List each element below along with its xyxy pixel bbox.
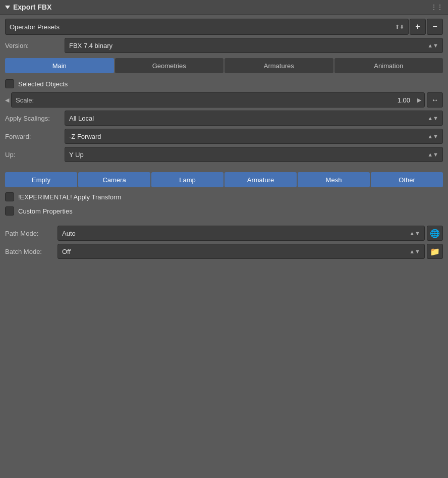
path-mode-label: Path Mode: bbox=[5, 230, 55, 237]
version-arrow-icon: ▲▼ bbox=[427, 42, 438, 48]
selected-objects-checkbox[interactable] bbox=[5, 79, 14, 88]
apply-transform-row: !EXPERIMENTAL! Apply Transform bbox=[5, 191, 443, 202]
main-tabs: Main Geometries Armatures Animation bbox=[5, 58, 443, 73]
path-mode-row: Path Mode: Auto ▲▼ 🌐 bbox=[5, 226, 443, 241]
apply-scalings-value: All Local bbox=[69, 115, 94, 122]
tab-main[interactable]: Main bbox=[5, 58, 114, 73]
spacer2 bbox=[5, 220, 443, 223]
tab-animation[interactable]: Animation bbox=[334, 58, 443, 73]
apply-scalings-dropdown[interactable]: All Local ▲▼ bbox=[65, 111, 443, 126]
forward-label: Forward: bbox=[5, 133, 61, 140]
presets-arrows-icon: ⬆⬇ bbox=[395, 24, 404, 30]
presets-row: Operator Presets ⬆⬇ + − bbox=[5, 19, 443, 35]
object-tab-other[interactable]: Other bbox=[371, 172, 443, 187]
custom-properties-checkbox[interactable] bbox=[5, 206, 14, 216]
forward-value: -Z Forward bbox=[69, 133, 101, 140]
path-mode-value: Auto bbox=[62, 230, 76, 237]
object-tab-armature[interactable]: Armature bbox=[225, 172, 297, 187]
apply-scalings-arrow-icon: ▲▼ bbox=[427, 115, 438, 121]
version-label: Version: bbox=[5, 42, 61, 49]
object-tab-lamp[interactable]: Lamp bbox=[151, 172, 223, 187]
presets-label: Operator Presets bbox=[10, 23, 60, 31]
apply-transform-label: !EXPERIMENTAL! Apply Transform bbox=[18, 193, 121, 201]
path-mode-arrow-icon: ▲▼ bbox=[409, 230, 420, 236]
custom-properties-label: Custom Properties bbox=[18, 207, 73, 215]
up-label: Up: bbox=[5, 151, 61, 158]
path-mode-icon-button[interactable]: 🌐 bbox=[427, 226, 443, 241]
scale-icon-button[interactable]: ↔ bbox=[427, 92, 443, 108]
batch-mode-folder-icon: 📁 bbox=[430, 247, 440, 256]
batch-mode-dropdown[interactable]: Off ▲▼ bbox=[58, 244, 425, 259]
up-dropdown[interactable]: Y Up ▲▼ bbox=[65, 147, 443, 162]
collapse-icon[interactable] bbox=[5, 6, 10, 9]
forward-arrow-icon: ▲▼ bbox=[427, 133, 438, 139]
scale-nav-icon: ▶ bbox=[417, 97, 421, 103]
scale-row: ◀ Scale: 1.00 ▶ ↔ bbox=[5, 92, 443, 108]
batch-mode-icon-button[interactable]: 📁 bbox=[427, 244, 443, 259]
apply-transform-checkbox[interactable] bbox=[5, 192, 14, 201]
batch-mode-value: Off bbox=[62, 248, 71, 255]
batch-mode-label: Batch Mode: bbox=[5, 248, 55, 255]
tab-geometries[interactable]: Geometries bbox=[115, 58, 224, 73]
batch-mode-row: Batch Mode: Off ▲▼ 📁 bbox=[5, 244, 443, 259]
version-row: Version: FBX 7.4 binary ▲▼ bbox=[5, 38, 443, 53]
object-tab-mesh[interactable]: Mesh bbox=[298, 172, 370, 187]
panel-title: Export FBX bbox=[5, 3, 51, 11]
panel-content: Operator Presets ⬆⬇ + − Version: FBX 7.4… bbox=[0, 15, 448, 263]
batch-mode-arrow-icon: ▲▼ bbox=[409, 248, 420, 254]
selected-objects-label: Selected Objects bbox=[18, 80, 68, 88]
selected-objects-row: Selected Objects bbox=[5, 78, 443, 89]
version-dropdown[interactable]: FBX 7.4 binary ▲▼ bbox=[65, 38, 443, 53]
path-mode-dropdown[interactable]: Auto ▲▼ bbox=[58, 226, 425, 241]
up-row: Up: Y Up ▲▼ bbox=[5, 147, 443, 162]
scale-label: Scale: bbox=[16, 96, 34, 104]
object-tabs: Empty Camera Lamp Armature Mesh Other bbox=[5, 172, 443, 187]
panel-title-text: Export FBX bbox=[13, 3, 51, 11]
version-value: FBX 7.4 binary bbox=[69, 42, 113, 49]
panel-header: Export FBX ⋮⋮ bbox=[0, 0, 448, 15]
scale-value: 1.00 bbox=[398, 96, 410, 104]
operator-presets-dropdown[interactable]: Operator Presets ⬆⬇ bbox=[5, 19, 409, 35]
panel-menu-icon[interactable]: ⋮⋮ bbox=[431, 4, 443, 11]
scale-link-icon: ↔ bbox=[431, 96, 438, 104]
forward-row: Forward: -Z Forward ▲▼ bbox=[5, 129, 443, 144]
presets-add-button[interactable]: + bbox=[410, 19, 426, 35]
scale-field[interactable]: Scale: 1.00 ▶ bbox=[11, 92, 425, 108]
up-value: Y Up bbox=[69, 151, 84, 158]
custom-properties-row: Custom Properties bbox=[5, 205, 443, 217]
presets-remove-button[interactable]: − bbox=[427, 19, 443, 35]
tab-armatures[interactable]: Armatures bbox=[225, 58, 333, 73]
spacer bbox=[5, 165, 443, 168]
forward-dropdown[interactable]: -Z Forward ▲▼ bbox=[65, 129, 443, 144]
export-fbx-panel: Export FBX ⋮⋮ Operator Presets ⬆⬇ + − Ve… bbox=[0, 0, 448, 263]
path-mode-globe-icon: 🌐 bbox=[430, 229, 440, 238]
object-tab-empty[interactable]: Empty bbox=[5, 172, 77, 187]
apply-scalings-row: Apply Scalings: All Local ▲▼ bbox=[5, 111, 443, 126]
apply-scalings-label: Apply Scalings: bbox=[5, 115, 61, 122]
object-tab-camera[interactable]: Camera bbox=[78, 172, 150, 187]
scale-left-arrow-icon[interactable]: ◀ bbox=[5, 97, 9, 103]
up-arrow-icon: ▲▼ bbox=[427, 151, 438, 157]
